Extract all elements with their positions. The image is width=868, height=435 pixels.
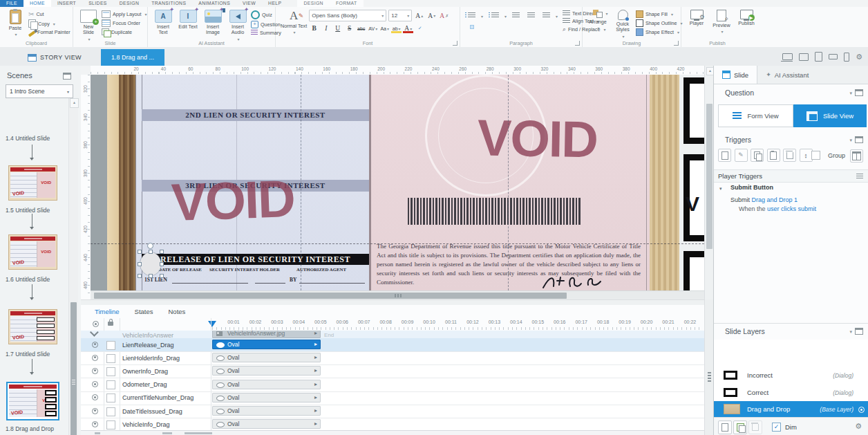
slide-label[interactable]: 1.8 Drag and Drop xyxy=(6,425,54,432)
timeline-row[interactable]: LienHolderInfo_DragOval▸ xyxy=(81,351,704,365)
eye-icon[interactable] xyxy=(93,321,99,327)
tab-context-format[interactable]: FORMAT xyxy=(330,0,364,7)
line-spacing-button[interactable] xyxy=(540,10,552,22)
slide-thumbnail[interactable]: VOIDVOID xyxy=(8,165,57,201)
selection-handle[interactable] xyxy=(160,262,164,266)
align-left-button[interactable] xyxy=(463,25,467,29)
slide-thumbnail[interactable]: VOIDVOID xyxy=(8,234,57,270)
edit-trigger-button[interactable]: ✎ xyxy=(735,149,748,162)
highlight-color-button[interactable]: ab▾ xyxy=(391,24,402,33)
visibility-checkbox[interactable] xyxy=(106,407,115,416)
eye-icon[interactable] xyxy=(92,381,98,387)
chevron-down-icon[interactable]: ▾ xyxy=(849,138,852,143)
scroll-up-arrow-icon[interactable]: ▲ xyxy=(70,98,79,108)
insert-image-button[interactable]: Insert Image xyxy=(200,8,225,37)
eye-icon[interactable] xyxy=(92,394,98,400)
shape-effect-button[interactable]: Shape Effect xyxy=(635,28,683,36)
slide-thumbnail[interactable]: VOIDVOID xyxy=(8,309,57,344)
panel-dock-icon[interactable] xyxy=(855,328,863,335)
dim-checkbox[interactable]: ✓ xyxy=(772,423,781,432)
tab-notes[interactable]: Notes xyxy=(168,308,185,315)
panel-dock-icon[interactable] xyxy=(855,136,863,143)
shrink-font-button[interactable]: A▾ xyxy=(426,11,437,21)
bar-expand-arrow[interactable]: ▸ xyxy=(314,354,317,360)
eye-icon[interactable] xyxy=(92,408,98,414)
focus-order-button[interactable]: Focus Order xyxy=(101,19,148,27)
bar-expand-arrow[interactable]: ▸ xyxy=(314,381,317,387)
tab-slide[interactable]: Slide xyxy=(714,66,757,84)
scenes-scrollbar[interactable]: ▲ xyxy=(68,98,78,435)
scrollbar-thumb[interactable] xyxy=(94,293,567,299)
visibility-checkbox[interactable] xyxy=(106,354,115,363)
visibility-checkbox[interactable] xyxy=(106,341,115,350)
grow-font-button[interactable]: A▴ xyxy=(414,11,424,21)
arrange-button[interactable]: Arrange xyxy=(585,8,610,33)
eye-icon[interactable] xyxy=(858,407,865,413)
slide-label[interactable]: 1.7 Untitled Slide xyxy=(6,351,50,358)
gear-icon[interactable]: ⚙ xyxy=(855,423,862,430)
gear-icon[interactable]: ⚙ xyxy=(856,53,862,61)
canvas-vertical-scrollbar[interactable]: ▲ xyxy=(704,66,714,299)
slide-layer-row[interactable]: Correct(Dialog) xyxy=(714,385,868,401)
slide-thumbnail[interactable]: VOIDVOID xyxy=(6,382,59,420)
bar-expand-arrow[interactable]: ▸ xyxy=(314,407,317,414)
tab-insert[interactable]: INSERT xyxy=(51,0,82,7)
panel-dock-icon[interactable] xyxy=(855,89,863,96)
strikethrough-button[interactable]: S xyxy=(344,24,355,33)
edit-text-button[interactable]: IEdit Text xyxy=(176,8,200,31)
slide-label[interactable]: 1.4 Untitled Slide xyxy=(6,135,50,142)
delete-trigger-button[interactable] xyxy=(783,149,796,162)
right-panel-splitter[interactable] xyxy=(704,299,714,435)
bar-expand-arrow[interactable]: ▸ xyxy=(314,367,317,373)
bullet-list-button[interactable] xyxy=(463,10,478,22)
font-family-select[interactable]: Open Sans (Body)▾ xyxy=(309,10,386,21)
shape-outline-button[interactable]: Shape Outline xyxy=(635,19,683,27)
insert-text-button[interactable]: AInsert Text xyxy=(151,8,176,37)
subscript-button[interactable]: abc xyxy=(356,24,366,33)
rotation-handle[interactable] xyxy=(147,243,153,249)
tab-file[interactable]: FILE xyxy=(0,0,23,7)
paragraph-dialog-launcher[interactable] xyxy=(575,41,580,46)
scrollbar-thumb[interactable] xyxy=(706,104,713,249)
tab-states[interactable]: States xyxy=(135,308,153,315)
bar-expand-arrow[interactable]: ▸ xyxy=(314,394,317,400)
tab-home[interactable]: HOME xyxy=(23,0,51,7)
quick-styles-button[interactable]: Quick Styles xyxy=(610,8,635,40)
timeline-object-bar[interactable]: Oval▸ xyxy=(212,419,321,429)
align-right-button[interactable] xyxy=(477,25,481,29)
trigger-object-link[interactable]: Drag and Drop 1 xyxy=(752,196,798,203)
tab-story-view[interactable]: STORY VIEW xyxy=(28,50,82,64)
font-color-button[interactable]: A▾ xyxy=(403,24,413,33)
footer-control[interactable] xyxy=(162,432,172,434)
selection-handle[interactable] xyxy=(160,250,164,254)
publish-button[interactable]: Publish xyxy=(734,8,759,28)
font-dialog-launcher[interactable] xyxy=(453,41,457,46)
paste-trigger-button[interactable] xyxy=(767,149,780,162)
canvas-horizontal-scrollbar[interactable] xyxy=(91,290,704,300)
chevron-down-icon[interactable]: ▾ xyxy=(849,329,852,335)
eye-icon[interactable] xyxy=(92,342,98,348)
chevron-down-icon[interactable] xyxy=(90,331,99,337)
new-slide-button[interactable]: New Slide xyxy=(76,8,101,43)
tab-slides[interactable]: SLIDES xyxy=(82,0,113,7)
timeline-row[interactable]: DateTitleIssued_DragOval▸ xyxy=(81,405,704,418)
selection-handle[interactable] xyxy=(138,262,142,266)
bar-expand-arrow[interactable]: ▸ xyxy=(314,420,317,427)
increase-indent-button[interactable] xyxy=(525,10,537,22)
timeline-object-bar[interactable]: Oval▸ xyxy=(212,406,321,416)
slide-view-button[interactable]: Slide View xyxy=(793,104,867,127)
laptop-preview-icon[interactable] xyxy=(782,53,793,60)
tab-transitions[interactable]: TRANSITIONS xyxy=(145,0,192,7)
timeline-object-bar[interactable]: VehicleInfoAnswer.jpg ▸ xyxy=(212,331,321,338)
cut-button[interactable]: Cut xyxy=(28,10,71,18)
timeline-object-bar[interactable]: Oval▸ xyxy=(212,366,321,376)
bold-button[interactable]: B xyxy=(309,24,319,33)
delete-layer-button[interactable] xyxy=(748,420,762,434)
selection-handle[interactable] xyxy=(160,274,164,278)
playhead[interactable] xyxy=(208,321,216,327)
change-case-button[interactable]: Aa▾ xyxy=(379,24,390,33)
font-size-select[interactable]: 12▾ xyxy=(388,10,412,21)
trigger-condition[interactable]: When the user clicks submit xyxy=(739,205,816,212)
timeline-row[interactable]: Odometer_DragOval▸ xyxy=(81,378,704,392)
shape-fill-button[interactable]: Shape Fill xyxy=(635,10,683,18)
